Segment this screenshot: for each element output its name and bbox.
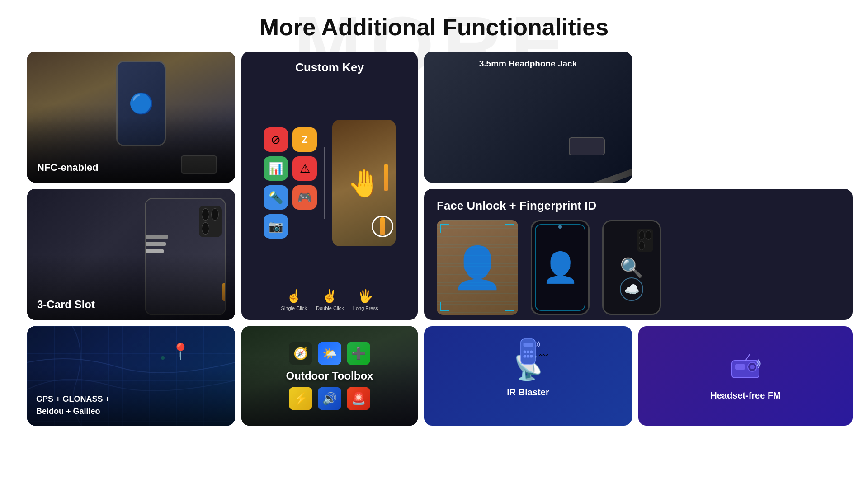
svg-line-14 <box>745 354 750 361</box>
outdoor-icon-1: 🌤️ <box>318 342 341 365</box>
outdoor-icon-2: ➕ <box>347 342 370 365</box>
face-photo: 👤 <box>437 220 518 315</box>
svg-point-1 <box>161 356 165 360</box>
fm-content: Headset-free FM <box>638 326 853 426</box>
connector-line <box>324 147 325 219</box>
card-outdoor: 🧭 🌤️ ➕ Outdoor Toolbox ⚡ 🔊 🚨 <box>241 326 418 426</box>
phone-fingerprint: 🔍 ☁️ <box>602 220 661 315</box>
double-click: ✌️ Double Click <box>316 289 344 311</box>
svg-point-6 <box>530 351 533 353</box>
single-click: ☝️ Single Click <box>281 289 307 311</box>
double-click-label: Double Click <box>316 305 344 311</box>
feature-grid: 🔵 NFC-enabled Custom Key ⊘ Z 📊 ⚠ <box>0 52 868 426</box>
long-press: 🖐️ Long Press <box>353 289 378 311</box>
app-icon-2: 📊 <box>264 156 288 181</box>
location-pin-icon: 📍 <box>171 342 190 360</box>
svg-point-8 <box>527 355 529 357</box>
card-gps: GPS + GLONASS +Beidou + Galileo 📍 <box>27 326 235 426</box>
phone-face-unlock: 👤 <box>531 220 590 315</box>
double-click-icon: ✌️ <box>322 289 338 304</box>
card-nfc: 🔵 NFC-enabled <box>27 52 235 183</box>
svg-rect-3 <box>524 343 533 347</box>
card-headset-fm: Headset-free FM <box>638 326 853 426</box>
long-press-icon: 🖐️ <box>358 289 373 304</box>
outdoor-icon-5: 🚨 <box>347 387 370 410</box>
outdoor-content: 🧭 🌤️ ➕ Outdoor Toolbox ⚡ 🔊 🚨 <box>241 326 418 426</box>
svg-rect-11 <box>735 364 745 370</box>
app-icon-5: 🎮 <box>292 185 317 210</box>
custom-key-title: Custom Key <box>295 61 364 75</box>
card-face-unlock: Face Unlock + Fingerprint ID 👤 👤 <box>424 189 853 320</box>
headphone-label: 3.5mm Headphone Jack <box>424 59 632 69</box>
svg-point-7 <box>524 355 526 357</box>
face-unlock-content: Face Unlock + Fingerprint ID 👤 👤 <box>424 189 853 320</box>
fm-label: Headset-free FM <box>710 390 781 401</box>
svg-point-5 <box>527 351 529 353</box>
app-icon-1: Z <box>292 127 317 152</box>
svg-point-13 <box>750 365 755 369</box>
face-unlock-visuals: 👤 👤 <box>437 220 840 315</box>
app-icon-4: 🔦 <box>264 185 288 210</box>
face-unlock-title: Face Unlock + Fingerprint ID <box>437 199 840 213</box>
outdoor-icons-top: 🧭 🌤️ ➕ <box>289 342 370 365</box>
long-press-label: Long Press <box>353 305 378 311</box>
gps-label-text: GPS + GLONASS +Beidou + Galileo <box>36 394 110 416</box>
custom-key-content: Custom Key ⊘ Z 📊 ⚠ 🔦 🎮 <box>241 52 418 320</box>
single-click-label: Single Click <box>281 305 307 311</box>
svg-point-4 <box>524 351 526 353</box>
nfc-label: NFC-enabled <box>37 162 99 174</box>
app-icon-6: 📷 <box>264 214 288 239</box>
headphone-bg <box>424 52 632 183</box>
card-headphone: 3.5mm Headphone Jack <box>424 52 632 183</box>
page-title: More Additional Functionalities <box>0 0 868 52</box>
app-icon-grid: ⊘ Z 📊 ⚠ 🔦 🎮 📷 <box>264 127 317 239</box>
click-labels: ☝️ Single Click ✌️ Double Click 🖐️ Long … <box>281 289 378 311</box>
gps-label: GPS + GLONASS +Beidou + Galileo <box>36 393 110 418</box>
headphone-visual <box>505 110 632 183</box>
fm-icon <box>730 352 761 385</box>
slot-label: 3-Card Slot <box>37 298 95 311</box>
svg-point-9 <box>530 355 533 357</box>
card-custom-key: Custom Key ⊘ Z 📊 ⚠ 🔦 🎮 <box>241 52 418 320</box>
outdoor-icon-3: ⚡ <box>289 387 312 410</box>
outdoor-title: Outdoor Toolbox <box>286 370 373 382</box>
app-icon-0: ⊘ <box>264 127 288 152</box>
hand-phone-visual: 🤚 <box>332 120 396 246</box>
ir-label: IR Blaster <box>507 387 549 398</box>
ir-remote-svg <box>512 335 544 371</box>
single-click-icon: ☝️ <box>286 289 302 304</box>
outdoor-icons-bottom: ⚡ 🔊 🚨 <box>289 387 370 410</box>
outdoor-icon-0: 🧭 <box>289 342 312 365</box>
outdoor-icon-4: 🔊 <box>318 387 341 410</box>
card-3slot: 3-Card Slot <box>27 189 235 320</box>
app-icon-3: ⚠ <box>292 156 317 181</box>
card-ir-blaster: 📡 〰 IR Blaster <box>424 326 632 426</box>
